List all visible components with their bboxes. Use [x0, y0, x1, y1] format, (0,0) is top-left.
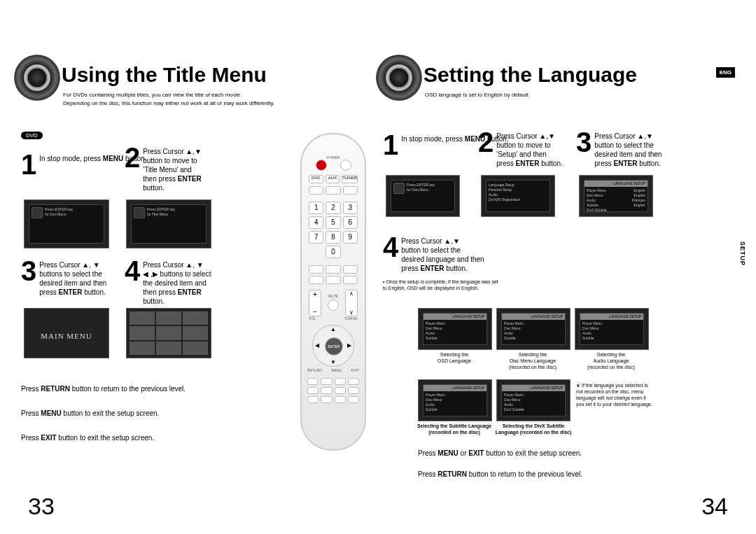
mute-button[interactable]: [328, 300, 339, 311]
footnote-exit: Press EXIT button to exit the setup scre…: [21, 434, 154, 442]
dvd-badge: DVD: [21, 132, 43, 139]
osd-screen-1: Press ENTER key for Disc Menu: [386, 175, 460, 217]
aux-button[interactable]: AUX: [326, 175, 340, 183]
subtitle-line-2: Depending on the disc, this function may…: [63, 100, 274, 106]
step-number: 1: [21, 153, 36, 176]
return-label: RETURN: [307, 368, 322, 372]
thumb-screen-4: [126, 308, 211, 358]
subtitle-line-1: For DVDs containing multiple titles, you…: [63, 92, 241, 98]
screen-disc-menu-lang: LANGUAGE SETUP Player Menu Disc Menu Aud…: [496, 308, 570, 350]
remote-control: POWER DVD AUX TUNER 1 2 3 4: [300, 133, 366, 451]
osd-screen-2: Language Setup Parental Setup Audio DivX…: [481, 175, 555, 217]
step-2: 2 Press Cursor ▲,▼ button to move to 'Se…: [478, 130, 563, 168]
lang-side-note: ※ If the language you selected is not re…: [576, 382, 653, 407]
cap-divx: Selecting the DivX Subtitle Language (re…: [492, 423, 575, 435]
page-34: Setting the Language OSD language is set…: [383, 28, 735, 520]
num-8[interactable]: 8: [326, 231, 340, 244]
tuning-rocker[interactable]: ∧∨: [345, 290, 358, 316]
footnote-menu-exit: Press MENU or EXIT button to exit the se…: [418, 449, 582, 457]
step-number: 4: [125, 259, 140, 283]
osd-screen-3: LANGUAGE SETUP Player MenuEnglish Disc M…: [579, 175, 653, 217]
cap-audio: Selecting the Audio Language (recorded o…: [575, 351, 648, 370]
num-5[interactable]: 5: [326, 216, 340, 229]
num-7[interactable]: 7: [309, 231, 323, 244]
footnote-return: Press RETURN button to return to the pre…: [21, 385, 186, 393]
enter-button[interactable]: ENTER: [325, 337, 343, 356]
num-1[interactable]: 1: [309, 202, 323, 214]
page-title: Using the Title Menu: [62, 63, 267, 87]
page-subtitle: For DVDs containing multiple titles, you…: [63, 91, 274, 108]
step-text: Press Cursor ▲, ▼ ◀ ,▶ buttons to select…: [143, 259, 211, 306]
exit-label: EXIT: [351, 368, 359, 372]
page-number: 33: [28, 493, 55, 520]
eng-badge: ENG: [716, 67, 735, 78]
footnote-menu: Press MENU button to exit the setup scre…: [21, 409, 159, 417]
step-number: 2: [125, 146, 140, 169]
speaker-graphic: [14, 55, 60, 101]
page-33: Using the Title Menu For DVDs containing…: [21, 28, 373, 520]
tuner-button[interactable]: TUNER: [342, 175, 358, 183]
dvd-button[interactable]: DVD: [309, 175, 323, 183]
page-subtitle: OSD language is set to English by defaul…: [425, 91, 530, 99]
cap-osd: Selecting the OSD Language: [418, 351, 491, 364]
thumb-screen-3: MAIN MENU: [24, 308, 109, 358]
screen-osd-lang: LANGUAGE SETUP Player Menu Disc Menu Aud…: [418, 308, 492, 350]
step-text: Press Cursor ▲,▼ button to move to 'Titl…: [143, 146, 202, 192]
cap-subtitle: Selecting the Subtitle Language (recorde…: [411, 423, 498, 435]
eject-button[interactable]: [340, 160, 351, 171]
cursor-right[interactable]: ▶: [347, 342, 351, 349]
number-pad: 1 2 3 4 5 6 7 8 9 0: [302, 202, 365, 258]
page-number: 34: [701, 493, 728, 520]
osd-screen-1: Press ENTER key for Disc Menu: [24, 199, 109, 248]
screen-subtitle-lang: LANGUAGE SETUP Player Menu Disc Menu Aud…: [418, 379, 492, 421]
num-4[interactable]: 4: [309, 216, 323, 229]
power-button[interactable]: [316, 160, 327, 171]
vol-rocker[interactable]: +−: [309, 290, 321, 316]
setup-note: • Once the setup is complete, if the lan…: [383, 279, 502, 291]
step-3: 3 Press Cursor ▲, ▼ buttons to select th…: [21, 259, 106, 297]
num-9[interactable]: 9: [343, 231, 358, 244]
num-6[interactable]: 6: [343, 216, 358, 229]
step-4: 4 Press Cursor ▲,▼ button to select the …: [383, 235, 484, 273]
step-3: 3 Press Cursor ▲,▼ button to select the …: [576, 130, 662, 168]
cursor-left[interactable]: ◀: [315, 342, 319, 349]
step-2: 2 Press Cursor ▲,▼ button to move to 'Ti…: [125, 146, 202, 192]
menu-label: MENU: [331, 368, 342, 372]
d-pad: ENTER ▲ ▼ ◀ ▶: [312, 325, 354, 367]
cap-disc: Selecting the Disc Menu Language (record…: [496, 351, 569, 370]
step-number: 3: [21, 259, 36, 283]
screen-divx-lang: LANGUAGE SETUP Player Menu Disc Menu Aud…: [496, 379, 570, 421]
step-4: 4 Press Cursor ▲, ▼ ◀ ,▶ buttons to sele…: [125, 259, 211, 306]
osd-screen-2: Press ENTER key for Title Menu: [126, 199, 211, 248]
num-0[interactable]: 0: [326, 246, 340, 258]
footnote-return: Press RETURN button to return to the pre…: [418, 470, 582, 478]
page-title: Setting the Language: [424, 63, 637, 87]
cursor-up[interactable]: ▲: [330, 326, 336, 332]
section-tab: SETUP: [739, 241, 746, 266]
step-text: Press Cursor ▲, ▼ buttons to select the …: [39, 259, 106, 297]
speaker-graphic: [376, 55, 422, 101]
cursor-down[interactable]: ▼: [330, 359, 336, 365]
num-3[interactable]: 3: [343, 202, 358, 214]
num-2[interactable]: 2: [326, 202, 340, 214]
screen-audio-lang: LANGUAGE SETUP Player Menu Disc Menu Aud…: [575, 308, 649, 350]
